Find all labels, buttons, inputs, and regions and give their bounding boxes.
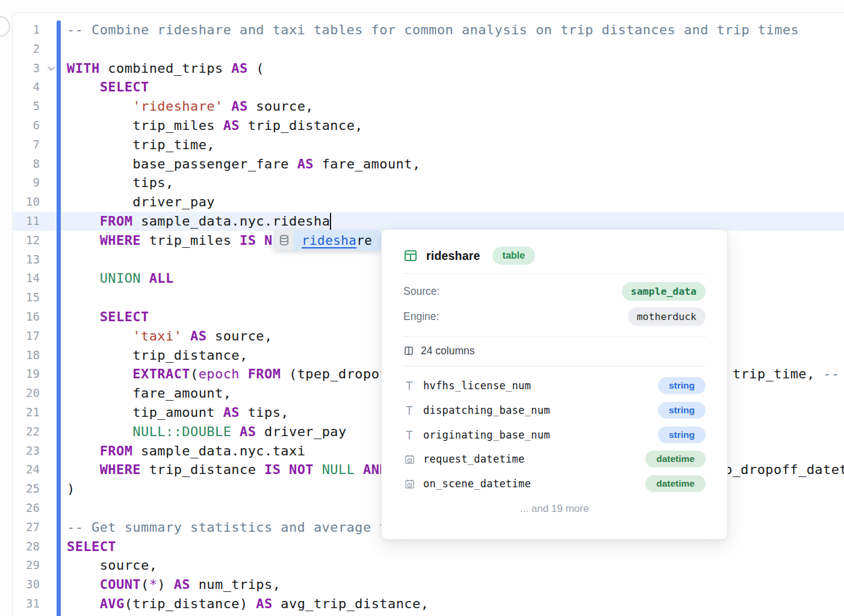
line-number: 22 <box>13 422 40 442</box>
code-line[interactable]: FROM sample_data.nyc.ridesha <box>67 212 799 231</box>
columns-icon <box>403 345 414 356</box>
column-type-badge: string <box>658 427 706 443</box>
autocomplete-match-text: ridesha <box>302 233 356 248</box>
text-type-icon: T <box>403 379 415 392</box>
table-type-badge: table <box>492 247 535 265</box>
engine-label: Engine: <box>403 310 439 323</box>
code-line[interactable]: trip_time, <box>67 135 799 155</box>
code-line[interactable]: tips, <box>67 173 799 192</box>
line-number: 27 <box>13 518 40 537</box>
line-number-gutter: 1234567891011121314151617181920212223242… <box>13 20 40 616</box>
autocomplete-dropdown[interactable]: rideshare <box>274 230 381 250</box>
column-name: request_datetime <box>423 453 525 465</box>
column-row: Thvfhs_license_numstring <box>403 374 706 398</box>
code-line[interactable]: trip_miles AS trip_distance, <box>67 116 799 135</box>
gutter-accent-bar <box>57 20 61 616</box>
line-number: 19 <box>13 365 40 384</box>
code-line-fragment: p_dropoff_datet <box>724 460 844 479</box>
divider <box>403 366 706 366</box>
column-name: originating_base_num <box>423 429 550 441</box>
code-line[interactable]: AVG(trip_distance) AS avg_trip_distance, <box>67 594 799 614</box>
line-number: 2 <box>13 40 40 59</box>
divider <box>403 273 706 274</box>
calendar-clock-icon <box>403 478 415 490</box>
popup-table-name: rideshare <box>426 249 480 263</box>
line-number: 7 <box>13 135 40 155</box>
line-number: 24 <box>13 460 40 479</box>
columns-count-text: 24 columns <box>421 345 475 357</box>
code-line[interactable]: source, <box>67 556 799 575</box>
line-number: 29 <box>13 556 40 575</box>
line-number: 6 <box>13 116 40 135</box>
column-type-badge: datetime <box>645 451 706 467</box>
engine-row: Engine: motherduck <box>403 304 706 329</box>
fold-chevron-icon[interactable] <box>45 59 57 78</box>
line-number: 25 <box>13 479 40 499</box>
code-line[interactable]: SELECT <box>67 78 799 97</box>
code-line-fragment: trip_time, -- <box>733 365 840 384</box>
line-number: 9 <box>13 173 40 192</box>
text-type-icon: T <box>403 404 415 417</box>
line-number: 17 <box>13 327 40 346</box>
code-line[interactable]: AVG(trip_time) AS avg_trip_time, <box>67 614 799 616</box>
line-number: 12 <box>13 231 40 250</box>
column-name: on_scene_datetime <box>423 478 531 490</box>
line-number: 13 <box>13 250 40 270</box>
line-number: 26 <box>13 499 40 518</box>
code-line[interactable]: driver_pay <box>67 192 799 212</box>
line-number: 31 <box>13 594 40 614</box>
line-number: 10 <box>13 192 40 212</box>
line-number: 8 <box>13 155 40 174</box>
line-number: 21 <box>13 403 40 422</box>
column-name: hvfhs_license_num <box>423 380 531 392</box>
more-columns-text: ... and 19 more <box>403 503 706 515</box>
columns-count-row: 24 columns <box>403 337 706 365</box>
line-number: 14 <box>13 269 40 288</box>
line-number: 5 <box>13 97 40 116</box>
code-line[interactable]: SELECT <box>67 537 799 556</box>
source-value-badge: sample_data <box>622 282 706 301</box>
line-number: 15 <box>13 288 40 307</box>
column-name: dispatching_base_num <box>423 404 550 416</box>
source-label: Source: <box>403 285 439 298</box>
column-row: on_scene_datetimedatetime <box>403 472 706 496</box>
code-line[interactable]: WITH combined_trips AS ( <box>67 59 799 78</box>
line-number: 20 <box>13 384 40 403</box>
database-icon <box>274 230 294 250</box>
code-line[interactable]: COUNT(*) AS num_trips, <box>67 575 799 594</box>
column-type-badge: datetime <box>645 475 706 492</box>
code-line[interactable]: -- Combine rideshare and taxi tables for… <box>67 20 799 40</box>
line-number: 18 <box>13 346 40 365</box>
source-row: Source: sample_data <box>403 279 706 304</box>
autocomplete-item-rideshare[interactable]: rideshare <box>294 230 381 250</box>
line-number: 3 <box>13 59 40 78</box>
column-row: Toriginating_base_numstring <box>403 422 706 447</box>
line-number: 16 <box>13 307 40 327</box>
text-cursor <box>330 213 331 230</box>
column-list: Thvfhs_license_numstringTdispatching_bas… <box>403 374 706 496</box>
line-number: 28 <box>13 537 40 556</box>
partial-side-button[interactable] <box>0 16 10 37</box>
code-line[interactable] <box>67 40 799 59</box>
line-number: 1 <box>13 20 40 40</box>
table-icon <box>403 248 418 263</box>
autocomplete-rest-text: re <box>356 233 372 248</box>
calendar-clock-icon <box>403 454 415 465</box>
line-number: 30 <box>13 575 40 594</box>
sql-editor-screen: 1234567891011121314151617181920212223242… <box>0 0 844 616</box>
text-type-icon: T <box>403 428 415 442</box>
column-type-badge: string <box>658 377 706 394</box>
column-row: Tdispatching_base_numstring <box>403 398 706 423</box>
line-number: 32 <box>13 614 40 616</box>
column-row: request_datetimedatetime <box>403 447 706 472</box>
code-line[interactable]: 'rideshare' AS source, <box>67 97 799 116</box>
line-number: 4 <box>13 78 40 97</box>
engine-value-badge: motherduck <box>628 307 706 326</box>
line-number: 23 <box>13 442 40 461</box>
popup-header: rideshare table <box>403 245 706 266</box>
line-number: 11 <box>13 212 40 231</box>
code-line[interactable]: base_passenger_fare AS fare_amount, <box>67 155 799 174</box>
table-info-popup: rideshare table Source: sample_data Engi… <box>381 229 728 540</box>
column-type-badge: string <box>658 402 706 419</box>
